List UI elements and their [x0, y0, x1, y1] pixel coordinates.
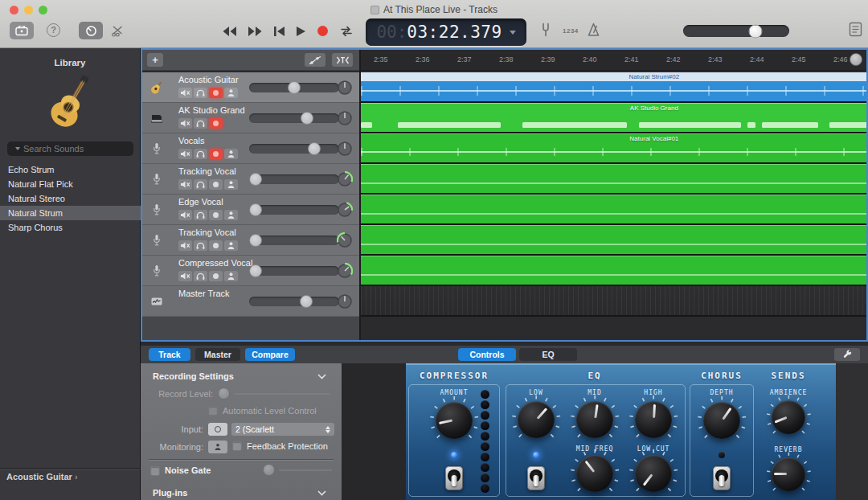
- region-natural-vocal[interactable]: Natural Vocal#01: [359, 133, 866, 164]
- solo-button[interactable]: [194, 240, 207, 251]
- library-item[interactable]: Natural Flat Pick: [0, 177, 141, 191]
- auto-level-checkbox[interactable]: [208, 406, 218, 416]
- mute-button[interactable]: [178, 118, 192, 129]
- input-monitoring-button[interactable]: [224, 210, 238, 220]
- track-header-vocals[interactable]: Vocals: [142, 133, 359, 164]
- search-sounds-field[interactable]: [7, 141, 133, 156]
- input-monitoring-button[interactable]: [224, 149, 238, 159]
- input-monitoring-button[interactable]: [224, 271, 238, 281]
- volume-slider[interactable]: [249, 144, 339, 154]
- volume-thumb[interactable]: [249, 203, 262, 216]
- mute-button[interactable]: [178, 149, 192, 159]
- solo-button[interactable]: [194, 179, 207, 190]
- monitoring-button[interactable]: [208, 441, 227, 453]
- smart-controls-button[interactable]: [79, 22, 103, 39]
- pan-knob[interactable]: [337, 232, 353, 248]
- volume-slider[interactable]: [249, 236, 339, 245]
- record-level-track[interactable]: [234, 393, 330, 395]
- mid-knob[interactable]: [576, 401, 613, 438]
- record-level-knob[interactable]: [218, 387, 230, 400]
- low-knob[interactable]: [518, 401, 555, 438]
- search-input[interactable]: [23, 144, 137, 154]
- input-monitoring-button[interactable]: [224, 179, 238, 190]
- track-header-ak-studio-grand[interactable]: AK Studio Grand: [142, 103, 359, 133]
- solo-button[interactable]: [194, 149, 207, 159]
- pan-knob[interactable]: [337, 80, 353, 96]
- pan-knob[interactable]: [337, 171, 353, 187]
- volume-thumb[interactable]: [308, 142, 321, 155]
- timeline-ruler[interactable]: 2:35 2:36 2:37 2:38 2:39 2:40 2:41 2:42 …: [361, 50, 866, 71]
- master-volume-slider[interactable]: [683, 25, 789, 37]
- catch-playhead-button[interactable]: [332, 53, 353, 67]
- feedback-protection-checkbox[interactable]: [232, 441, 242, 451]
- track-header-acoustic-guitar[interactable]: Acoustic Guitar: [142, 72, 359, 103]
- mute-button[interactable]: [178, 240, 192, 251]
- volume-slider[interactable]: [249, 83, 339, 92]
- track-list-empty-area[interactable]: [142, 317, 359, 340]
- ambience-knob[interactable]: [772, 400, 805, 434]
- record-enable-button[interactable]: [209, 240, 223, 251]
- region-tracking-vocal[interactable]: [359, 164, 866, 195]
- recording-settings-header[interactable]: Recording Settings: [153, 371, 234, 381]
- volume-thumb[interactable]: [288, 81, 301, 94]
- input-monitoring-button[interactable]: [224, 240, 238, 251]
- add-track-button[interactable]: +: [147, 53, 163, 67]
- volume-slider[interactable]: [249, 174, 339, 184]
- tab-controls[interactable]: Controls: [458, 348, 516, 361]
- patch-breadcrumb[interactable]: Acoustic Guitar ›: [6, 472, 78, 482]
- library-item[interactable]: Echo Strum: [0, 162, 141, 177]
- track-header-tracking-vocal[interactable]: Tracking Vocal: [142, 164, 359, 195]
- record-enable-button[interactable]: [209, 149, 223, 159]
- solo-button[interactable]: [194, 210, 207, 220]
- track-header-master[interactable]: Master Track: [142, 286, 359, 317]
- volume-thumb[interactable]: [301, 112, 313, 125]
- solo-button[interactable]: [194, 118, 207, 129]
- region-ak-studio-grand[interactable]: AK Studio Grand: [359, 103, 866, 133]
- chevron-down-icon[interactable]: [317, 374, 326, 379]
- master-volume-thumb[interactable]: [748, 24, 762, 38]
- depth-knob[interactable]: [703, 402, 740, 439]
- input-monitoring-button[interactable]: [224, 88, 238, 98]
- tab-master[interactable]: Master: [195, 348, 240, 361]
- record-enable-button[interactable]: [209, 179, 223, 190]
- reverb-knob[interactable]: [772, 457, 805, 491]
- track-header-edge-vocal[interactable]: Edge Vocal: [142, 195, 359, 225]
- high-knob[interactable]: [635, 401, 672, 438]
- count-in-button[interactable]: 1234: [563, 27, 579, 35]
- tab-eq[interactable]: EQ: [519, 348, 577, 361]
- eq-toggle-switch[interactable]: [527, 466, 545, 490]
- tab-compare[interactable]: Compare: [245, 348, 295, 361]
- record-enable-button[interactable]: [209, 118, 223, 129]
- record-enable-button[interactable]: [209, 88, 223, 98]
- go-to-beginning-button[interactable]: [273, 26, 285, 37]
- record-enable-button[interactable]: [209, 210, 223, 220]
- solo-button[interactable]: [194, 271, 207, 281]
- noise-gate-checkbox[interactable]: [150, 466, 160, 476]
- automation-button[interactable]: [305, 53, 326, 67]
- volume-slider[interactable]: [249, 266, 339, 276]
- record-enable-button[interactable]: [209, 271, 223, 281]
- pan-knob[interactable]: [337, 141, 353, 157]
- library-item-selected[interactable]: Natural Strum: [0, 206, 141, 220]
- volume-slider[interactable]: [249, 113, 339, 123]
- rewind-button[interactable]: [222, 26, 237, 37]
- chorus-toggle-switch[interactable]: [713, 466, 731, 490]
- metronome-button[interactable]: [587, 23, 600, 37]
- compressor-toggle-switch[interactable]: [445, 466, 463, 490]
- mid-freq-knob[interactable]: [576, 455, 613, 492]
- region-natural-strum[interactable]: Natural Strum#02: [359, 72, 866, 103]
- record-button[interactable]: [317, 25, 329, 37]
- amount-knob[interactable]: [436, 402, 473, 439]
- track-header-compressed-vocal[interactable]: Compressed Vocal: [142, 256, 359, 286]
- volume-thumb[interactable]: [300, 295, 313, 308]
- volume-thumb[interactable]: [249, 234, 262, 247]
- pan-knob[interactable]: [337, 263, 353, 279]
- input-source-dropdown[interactable]: 2 (Scarlett: [231, 423, 334, 436]
- tuner-fork-button[interactable]: [540, 23, 551, 37]
- library-item[interactable]: Natural Stereo: [0, 191, 141, 206]
- lcd-chevron-down-icon[interactable]: [510, 31, 516, 35]
- workspace-empty-area[interactable]: [359, 317, 866, 340]
- library-item[interactable]: Sharp Chorus: [0, 220, 141, 235]
- volume-slider[interactable]: [249, 205, 339, 215]
- input-format-button[interactable]: [208, 423, 227, 436]
